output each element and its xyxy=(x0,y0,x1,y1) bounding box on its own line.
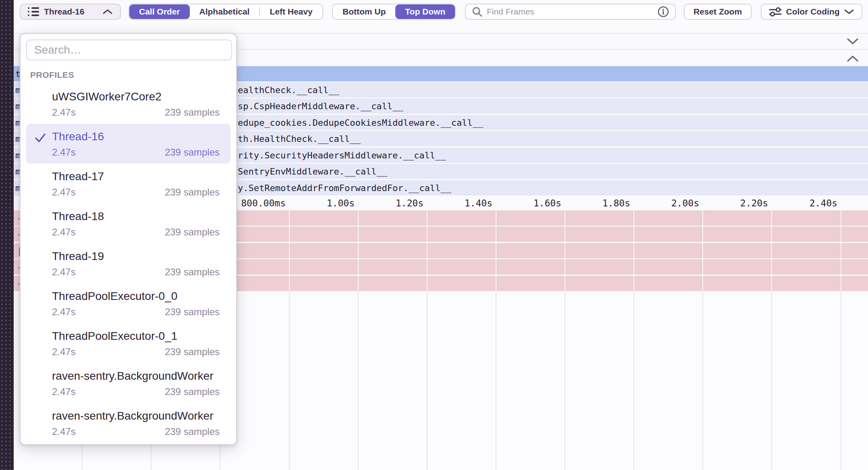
time-gridline xyxy=(496,291,496,470)
profiles-section-label: PROFILES xyxy=(30,70,236,80)
thread-duration: 2.47s xyxy=(52,106,76,119)
thread-option[interactable]: Thread-18 2.47s239 samples xyxy=(26,204,230,243)
time-gridline xyxy=(633,210,634,291)
thread-option[interactable]: uWSGIWorker7Core2 2.47s239 samples xyxy=(26,84,230,124)
thread-duration: 2.47s xyxy=(52,426,76,438)
sliders-icon xyxy=(769,7,782,17)
sort-segmented-control: Call Order Alphabetical Left Heavy xyxy=(129,4,323,20)
time-gridline xyxy=(702,291,703,470)
time-gridline xyxy=(565,291,565,470)
find-frames-input[interactable] xyxy=(487,7,657,17)
app-sidebar xyxy=(0,0,14,470)
frame-label: rity.SecurityHeadersMiddleware.__call__ xyxy=(238,150,446,160)
reset-zoom-label: Reset Zoom xyxy=(694,7,742,17)
thread-name: ThreadPoolExecutor-0_0 xyxy=(52,289,220,304)
axis-tick-label: 2.00s xyxy=(671,198,699,208)
direction-option-bottom-up[interactable]: Bottom Up xyxy=(333,4,395,19)
chevron-up-icon xyxy=(102,8,113,15)
thread-duration: 2.47s xyxy=(52,346,76,358)
thread-name: uWSGIWorker7Core2 xyxy=(52,89,220,104)
thread-option[interactable]: ThreadPoolExecutor-0_0 2.47s239 samples xyxy=(26,283,230,323)
chevron-up-icon[interactable] xyxy=(846,54,859,62)
chevron-down-icon xyxy=(844,8,854,15)
thread-name: Thread-17 xyxy=(52,169,220,184)
time-gridline xyxy=(841,210,841,291)
axis-tick-label: 1.60s xyxy=(534,198,561,208)
thread-search-input[interactable] xyxy=(26,40,232,60)
frame-label: ealthCheck.__call__ xyxy=(238,85,339,95)
time-gridline xyxy=(358,210,359,291)
frame-label: sp.CspHeaderMiddleware.__call__ xyxy=(238,101,403,111)
reset-zoom-button[interactable]: Reset Zoom xyxy=(684,4,752,20)
time-gridline xyxy=(633,291,634,470)
thread-samples: 239 samples xyxy=(165,106,220,119)
axis-tick-label: 2.40s xyxy=(810,198,837,208)
axis-tick-label: 800.00ms xyxy=(241,198,286,208)
flamegraph-toolbar: Thread-16 Call Order Alphabetical Left H… xyxy=(14,0,868,33)
time-gridline xyxy=(358,291,359,470)
thread-selector-label: Thread-16 xyxy=(44,7,84,17)
thread-duration: 2.47s xyxy=(52,386,76,398)
time-gridline xyxy=(496,210,496,291)
sort-option-alphabetical[interactable]: Alphabetical xyxy=(190,4,260,19)
color-coding-button[interactable]: Color Coding xyxy=(761,4,862,20)
time-gridline xyxy=(841,291,841,470)
sort-option-left-heavy[interactable]: Left Heavy xyxy=(260,4,322,19)
time-gridline xyxy=(702,210,703,291)
find-frames-field xyxy=(465,4,676,20)
thread-name: Thread-19 xyxy=(52,249,220,264)
axis-tick-label: 2.20s xyxy=(740,198,768,208)
time-gridline xyxy=(427,210,428,291)
color-coding-label: Color Coding xyxy=(786,7,840,17)
thread-samples: 239 samples xyxy=(165,426,220,438)
chevron-down-icon[interactable] xyxy=(846,37,859,46)
list-icon xyxy=(28,7,39,16)
direction-option-top-down[interactable]: Top Down xyxy=(395,4,455,19)
thread-option[interactable]: Thread-19 2.47s239 samples xyxy=(26,243,230,283)
frame-label: edupe_cookies.DedupeCookiesMiddleware.__… xyxy=(238,118,483,128)
frame-label: y.SetRemoteAddrFromForwardedFor.__call__ xyxy=(238,183,451,193)
search-icon xyxy=(471,6,483,17)
time-gridline xyxy=(565,210,565,291)
frame-label: SentryEnvMiddleware.__call__ xyxy=(238,166,387,177)
thread-name: Thread-18 xyxy=(52,209,220,224)
thread-option[interactable]: raven-sentry.BackgroundWorker 2.47s239 s… xyxy=(26,403,230,443)
thread-selector-button[interactable]: Thread-16 xyxy=(20,4,121,20)
thread-option[interactable]: ThreadPoolExecutor-0_1 2.47s239 samples xyxy=(26,323,230,363)
thread-name: Thread-16 xyxy=(52,129,220,144)
thread-duration: 2.47s xyxy=(52,306,76,318)
thread-dropdown-panel: PROFILES uWSGIWorker7Core2 2.47s239 samp… xyxy=(20,33,237,445)
thread-duration: 2.47s xyxy=(52,226,76,238)
thread-name: raven-sentry.BackgroundWorker xyxy=(52,369,220,383)
axis-tick-label: 1.40s xyxy=(465,198,492,208)
thread-duration: 2.47s xyxy=(52,266,76,278)
thread-samples: 239 samples xyxy=(165,306,220,318)
time-gridline xyxy=(289,291,290,470)
time-gridline xyxy=(427,291,428,470)
axis-tick-label: 1.00s xyxy=(327,198,355,208)
thread-duration: 2.47s xyxy=(52,186,76,198)
sort-option-call-order[interactable]: Call Order xyxy=(129,4,190,19)
thread-samples: 239 samples xyxy=(165,146,220,158)
thread-name: raven-sentry.BackgroundWorker xyxy=(52,409,220,423)
direction-segmented-control: Bottom Up Top Down xyxy=(332,4,456,20)
check-icon xyxy=(33,131,47,145)
thread-samples: 239 samples xyxy=(165,226,220,238)
axis-tick-label: 1.20s xyxy=(396,198,424,208)
thread-samples: 239 samples xyxy=(165,386,220,398)
time-gridline xyxy=(771,210,772,291)
thread-option-selected[interactable]: Thread-16 2.47s239 samples xyxy=(26,124,230,164)
axis-tick-label: 1.80s xyxy=(602,198,630,208)
time-gridline xyxy=(289,210,290,291)
thread-option[interactable]: Thread-17 2.47s239 samples xyxy=(26,164,230,204)
time-gridline xyxy=(771,291,772,470)
thread-samples: 239 samples xyxy=(165,266,220,278)
thread-name: ThreadPoolExecutor-0_1 xyxy=(52,329,220,343)
thread-samples: 239 samples xyxy=(165,186,220,198)
thread-samples: 239 samples xyxy=(165,346,220,358)
thread-option[interactable]: raven-sentry.BackgroundWorker 2.47s239 s… xyxy=(26,363,230,403)
info-icon[interactable] xyxy=(657,6,669,18)
thread-duration: 2.47s xyxy=(52,146,76,158)
frame-label: th.HealthCheck.__call__ xyxy=(238,134,361,144)
